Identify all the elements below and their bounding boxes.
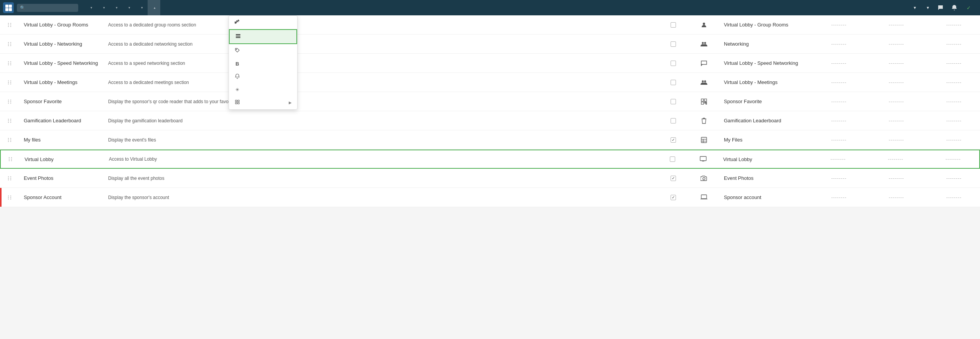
svg-rect-52 xyxy=(705,102,707,103)
drag-handle[interactable] xyxy=(0,58,19,69)
row-col3: -------- xyxy=(942,77,980,88)
row-checkbox[interactable] xyxy=(658,96,689,107)
main-content: Virtual Lobby - Group Rooms Access to a … xyxy=(0,15,980,207)
svg-point-60 xyxy=(8,139,9,140)
row-label: Virtual Lobby xyxy=(719,153,826,165)
row-col2: -------- xyxy=(884,115,942,127)
row-col3: -------- xyxy=(942,134,980,146)
drag-handle[interactable] xyxy=(0,19,19,31)
svg-point-35 xyxy=(8,83,9,84)
row-col2: -------- xyxy=(884,173,942,184)
row-col2: -------- xyxy=(883,153,941,165)
profiles-icon: ✳ xyxy=(234,87,240,92)
drag-handle[interactable] xyxy=(0,173,19,184)
end-button[interactable]: ✓ xyxy=(962,0,977,15)
nav-analytics[interactable]: ▾ xyxy=(135,0,148,15)
row-description: Access to a dedicated group rooms sectio… xyxy=(104,19,658,31)
dropdown-item-tags[interactable] xyxy=(229,44,297,58)
row-name: Virtual Lobby - Group Rooms xyxy=(19,19,104,31)
svg-point-72 xyxy=(11,157,12,158)
svg-point-24 xyxy=(10,45,11,46)
chevron-down-icon: ▾ xyxy=(141,6,143,10)
drag-handle[interactable] xyxy=(0,134,19,146)
svg-rect-4 xyxy=(236,34,240,35)
tabs-icon xyxy=(235,33,241,40)
dropdown-item-profiles[interactable]: ✳ xyxy=(229,84,297,96)
my-event-dropdown[interactable]: ▾ xyxy=(908,0,920,15)
drag-handle[interactable] xyxy=(0,96,19,107)
svg-point-56 xyxy=(10,118,11,119)
row-col1: -------- xyxy=(827,58,884,69)
dropdown-item-integrations[interactable]: ▶ xyxy=(229,96,297,109)
svg-point-79 xyxy=(10,176,11,177)
drag-handle[interactable] xyxy=(0,192,19,203)
svg-point-53 xyxy=(8,118,9,119)
chevron-down-icon: ▾ xyxy=(914,5,916,10)
svg-rect-3 xyxy=(9,8,12,11)
row-checkbox[interactable] xyxy=(658,77,689,88)
svg-point-30 xyxy=(10,61,11,62)
table-row: Sponsor Favorite Display the sponsor's q… xyxy=(0,92,980,111)
nav-marketing[interactable]: ▾ xyxy=(122,0,135,15)
drag-handle[interactable] xyxy=(0,115,19,127)
svg-point-63 xyxy=(10,139,11,140)
row-checkbox[interactable] xyxy=(657,153,688,165)
row-checkbox[interactable] xyxy=(658,38,689,50)
svg-point-62 xyxy=(10,138,11,138)
svg-point-57 xyxy=(10,120,11,121)
row-label: Sponsor Favorite xyxy=(719,95,827,107)
row-name: Sponsor Account xyxy=(19,191,104,203)
nav-settings[interactable]: ▴ xyxy=(148,0,160,15)
svg-point-46 xyxy=(10,102,11,103)
svg-point-29 xyxy=(8,64,9,65)
nav-event[interactable]: ▾ xyxy=(84,0,97,15)
row-name: Virtual Lobby - Meetings xyxy=(19,76,104,88)
notification-icon-button[interactable] xyxy=(948,0,960,15)
dropdown-item-headings[interactable]: B xyxy=(229,58,297,70)
nav-agenda[interactable]: ▾ xyxy=(97,0,110,15)
svg-point-70 xyxy=(9,159,10,160)
row-description: Access to a dedicated networking section xyxy=(104,38,658,50)
row-col3: -------- xyxy=(942,173,980,184)
drag-handle[interactable] xyxy=(0,38,19,50)
svg-point-84 xyxy=(8,197,9,197)
search-box[interactable]: 🔍 xyxy=(17,4,78,12)
chevron-up-icon: ▴ xyxy=(154,6,156,10)
svg-point-54 xyxy=(8,120,9,121)
svg-point-69 xyxy=(9,157,10,158)
dropdown-item-tabs[interactable] xyxy=(229,29,297,44)
admin-dropdown[interactable]: ▾ xyxy=(921,0,933,15)
top-navigation: 🔍 ▾ ▾ ▾ ▾ ▾ ▴ ▾ xyxy=(0,0,980,15)
row-col2: -------- xyxy=(884,77,942,88)
row-icon xyxy=(689,76,719,89)
row-checkbox[interactable] xyxy=(658,173,689,184)
svg-point-88 xyxy=(10,198,11,199)
row-label: Virtual Lobby - Speed Networking xyxy=(719,57,827,69)
row-name: Virtual Lobby - Networking xyxy=(19,38,104,50)
message-icon-button[interactable] xyxy=(934,0,947,15)
row-description: Access to a dedicated meetings section xyxy=(104,77,658,88)
svg-point-23 xyxy=(10,43,11,44)
row-checkbox[interactable] xyxy=(658,192,689,203)
row-checkbox[interactable] xyxy=(658,58,689,69)
row-checkbox[interactable] xyxy=(658,115,689,127)
svg-point-87 xyxy=(10,197,11,197)
svg-point-21 xyxy=(8,45,9,46)
svg-rect-11 xyxy=(238,102,239,104)
nav-people[interactable]: ▾ xyxy=(110,0,122,15)
row-col1: -------- xyxy=(827,192,884,203)
row-icon xyxy=(689,38,719,51)
row-checkbox[interactable] xyxy=(658,134,689,146)
row-name: Event Photos xyxy=(19,172,104,184)
row-description: Display the gamification leaderboard xyxy=(104,115,658,127)
svg-point-40 xyxy=(704,80,706,82)
row-label: My Files xyxy=(719,134,827,146)
svg-rect-5 xyxy=(236,36,240,36)
svg-point-83 xyxy=(8,195,9,196)
row-checkbox[interactable] xyxy=(658,19,689,31)
drag-handle[interactable] xyxy=(1,153,20,165)
svg-rect-65 xyxy=(701,137,707,143)
dropdown-item-tools[interactable] xyxy=(229,16,297,29)
dropdown-item-notifications[interactable] xyxy=(229,70,297,84)
drag-handle[interactable] xyxy=(0,77,19,88)
